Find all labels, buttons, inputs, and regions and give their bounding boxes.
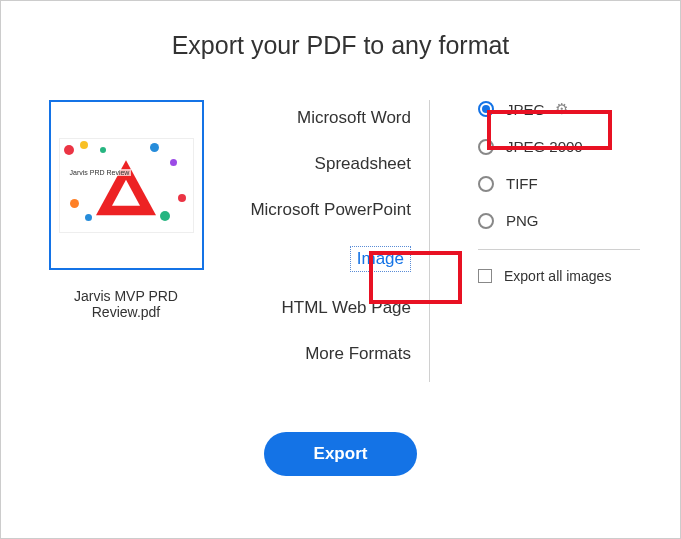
format-more[interactable]: More Formats — [241, 336, 411, 382]
format-word[interactable]: Microsoft Word — [241, 100, 411, 146]
page-title: Export your PDF to any format — [21, 31, 660, 60]
format-image-label: Image — [350, 246, 411, 272]
radio-jpeg2000[interactable]: JPEG 2000 — [478, 138, 640, 155]
export-button[interactable]: Export — [264, 432, 418, 476]
radio-label-jpeg2000: JPEG 2000 — [506, 138, 583, 155]
radio-jpeg[interactable]: JPEG ⚙ — [478, 100, 640, 118]
format-image[interactable]: Image — [241, 238, 411, 290]
checkbox-label: Export all images — [504, 268, 611, 284]
gear-icon[interactable]: ⚙ — [555, 100, 568, 118]
file-name: Jarvis MVP PRD Review.pdf — [41, 288, 211, 320]
format-powerpoint[interactable]: Microsoft PowerPoint — [241, 192, 411, 238]
radio-tiff[interactable]: TIFF — [478, 175, 640, 192]
radio-label-tiff: TIFF — [506, 175, 538, 192]
format-html[interactable]: HTML Web Page — [241, 290, 411, 336]
radio-png[interactable]: PNG — [478, 212, 640, 229]
checkbox-export-all[interactable]: Export all images — [478, 268, 640, 284]
checkbox-icon — [478, 269, 492, 283]
thumbnail-image: Jarvis PRD Review — [59, 138, 194, 233]
radio-icon — [478, 139, 494, 155]
radio-icon — [478, 213, 494, 229]
radio-icon — [478, 101, 494, 117]
divider — [478, 249, 640, 250]
format-spreadsheet[interactable]: Spreadsheet — [241, 146, 411, 192]
radio-icon — [478, 176, 494, 192]
radio-label-jpeg: JPEG — [506, 101, 545, 118]
file-thumbnail[interactable]: Jarvis PRD Review — [49, 100, 204, 270]
radio-label-png: PNG — [506, 212, 539, 229]
thumbnail-caption: Jarvis PRD Review — [68, 169, 132, 176]
